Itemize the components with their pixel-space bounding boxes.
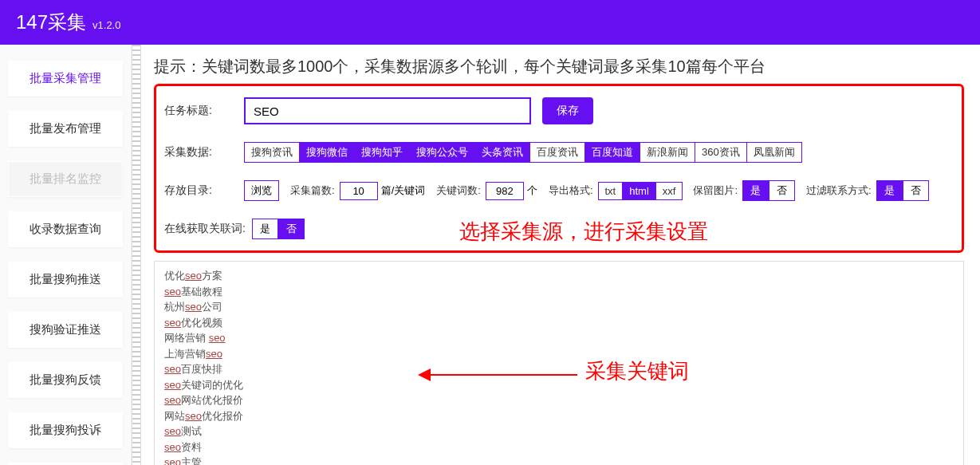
related-yes[interactable]: 是 (252, 219, 278, 239)
store-row: 存放目录: 浏览 采集篇数: 10 篇/关键词 关键词数: 982 个 导出格式… (164, 180, 954, 201)
export-label: 导出格式: (549, 183, 593, 198)
keyword-item: seo网站优化报价 (164, 392, 954, 408)
app-header: 147采集 v1.2.0 (0, 0, 980, 45)
hint-text: 提示：关键词数最多1000个，采集数据源多个轮训，每个关键词最多采集10篇每个平… (154, 56, 964, 77)
format-tag[interactable]: txt (598, 182, 624, 200)
sidebar-item[interactable]: 收录数据查询 (8, 211, 123, 247)
related-label: 在线获取关联词: (164, 222, 252, 236)
related-no[interactable]: 否 (278, 219, 305, 239)
count-label: 采集篇数: (290, 183, 335, 198)
sidebar-item[interactable]: 搜狗验证推送 (8, 312, 123, 348)
source-tag[interactable]: 搜狗微信 (299, 142, 355, 163)
filter-toggle[interactable]: 是 否 (876, 180, 929, 201)
keyword-item: seo主管 (164, 455, 954, 465)
keepimg-toggle[interactable]: 是 否 (742, 180, 795, 201)
source-tag[interactable]: 百度资讯 (529, 142, 585, 163)
main-panel: 提示：关键词数最多1000个，采集数据源多个轮训，每个关键词最多采集10篇每个平… (141, 45, 980, 465)
task-label: 任务标题: (164, 104, 244, 118)
keyword-item: 网络营销 seo (164, 330, 954, 346)
keyword-item: seo测试 (164, 424, 954, 439)
keepimg-yes[interactable]: 是 (742, 180, 769, 201)
sources-label: 采集数据: (164, 145, 244, 160)
app-title: 147采集 (16, 10, 86, 35)
keyword-item: seo资料 (164, 439, 954, 455)
source-tag[interactable]: 头条资讯 (474, 142, 530, 163)
arrow-icon (418, 367, 577, 383)
filter-label: 过滤联系方式: (806, 183, 872, 198)
source-tag[interactable]: 搜狗知乎 (354, 142, 410, 163)
keyword-item: 杭州seo公司 (164, 299, 954, 315)
source-tag[interactable]: 搜狗资讯 (244, 142, 300, 163)
annotation-keywords: 采集关键词 (585, 357, 689, 385)
annotation-config: 选择采集源，进行采集设置 (459, 218, 708, 246)
related-toggle[interactable]: 是 否 (252, 219, 305, 239)
keyword-item: 优化seo方案 (164, 268, 954, 284)
store-label: 存放目录: (164, 183, 244, 198)
source-tag[interactable]: 百度知道 (584, 142, 640, 163)
kw-count-value: 982 (486, 182, 524, 200)
keyword-item: seo优化视频 (164, 315, 954, 331)
count-input[interactable]: 10 (340, 182, 378, 200)
source-tag[interactable]: 360资讯 (695, 142, 747, 163)
sidebar-item[interactable]: 批量发布管理 (8, 111, 123, 147)
related-row: 在线获取关联词: 是 否 选择采集源，进行采集设置 (164, 219, 954, 239)
task-row: 任务标题: 保存 (164, 97, 954, 124)
keyword-item: 网站seo优化报价 (164, 408, 954, 424)
save-button[interactable]: 保存 (542, 97, 593, 124)
config-box: 任务标题: 保存 采集数据: 搜狗资讯搜狗微信搜狗知乎搜狗公众号头条资讯百度资讯… (154, 84, 964, 253)
sidebar-item[interactable]: 批量采集管理 (8, 61, 123, 97)
kw-count-label: 关键词数: (436, 183, 481, 198)
format-tag[interactable]: html (622, 182, 656, 200)
keyword-item: seo基础教程 (164, 284, 954, 300)
format-tag[interactable]: xxf (655, 182, 683, 200)
filter-yes[interactable]: 是 (876, 180, 903, 201)
sources-group: 搜狗资讯搜狗微信搜狗知乎搜狗公众号头条资讯百度资讯百度知道新浪新闻360资讯凤凰… (244, 142, 801, 163)
filter-no[interactable]: 否 (903, 180, 929, 201)
source-tag[interactable]: 搜狗公众号 (409, 142, 475, 163)
count-unit: 篇/关键词 (381, 183, 426, 198)
source-tag[interactable]: 凤凰新闻 (746, 142, 802, 163)
format-group: txthtmlxxf (598, 182, 683, 200)
keepimg-no[interactable]: 否 (769, 180, 795, 201)
keepimg-label: 保留图片: (693, 183, 738, 198)
app-version: v1.2.0 (92, 19, 120, 31)
kw-unit: 个 (527, 183, 537, 198)
sidebar-item[interactable]: 批量搜狗投诉 (8, 412, 123, 448)
source-tag[interactable]: 新浪新闻 (640, 142, 695, 163)
sidebar-item[interactable]: 批量搜狗推送 (8, 262, 123, 298)
sources-row: 采集数据: 搜狗资讯搜狗微信搜狗知乎搜狗公众号头条资讯百度资讯百度知道新浪新闻3… (164, 142, 954, 163)
sidebar: 批量采集管理批量发布管理批量排名监控收录数据查询批量搜狗推送搜狗验证推送批量搜狗… (0, 45, 132, 465)
sidebar-item[interactable]: 批量搜狗反馈 (8, 362, 123, 398)
browse-button[interactable]: 浏览 (244, 180, 279, 201)
sidebar-item: 批量排名监控 (8, 161, 123, 197)
task-title-input[interactable] (244, 97, 531, 124)
keyword-list-area: 优化seo方案seo基础教程杭州seo公司seo优化视频网络营销 seo上海营销… (154, 261, 964, 465)
keyword-item: 上海营销seo (164, 346, 954, 362)
resize-handle[interactable] (132, 45, 141, 465)
